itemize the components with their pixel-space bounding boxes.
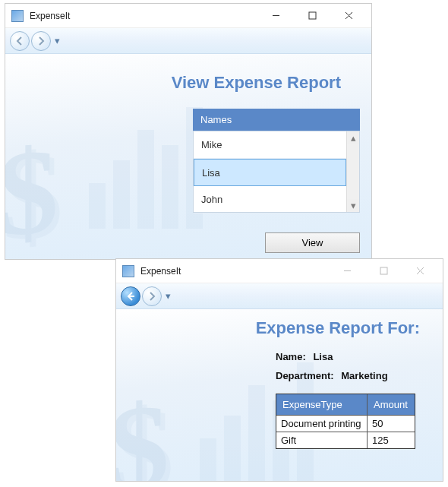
name-label: Name: (276, 351, 306, 362)
content-area: $ View Expense Report Names Mike Lisa Jo… (5, 54, 371, 259)
expense-type-cell: Document printing (276, 416, 368, 432)
names-panel: Names Mike Lisa John ▴ ▾ (193, 109, 360, 213)
back-button[interactable] (121, 286, 140, 306)
names-list-header: Names (193, 109, 360, 131)
expense-amount-cell: 50 (368, 416, 415, 432)
maximize-button[interactable] (298, 5, 326, 27)
detail-panel: Name: Lisa Department: Marketing Expense… (276, 343, 415, 449)
expense-grid-header: ExpenseType Amount (276, 394, 415, 415)
titlebar[interactable]: ExpenseIt (116, 259, 443, 283)
grid-header-type: ExpenseType (276, 394, 368, 415)
grid-header-amount: Amount (368, 394, 415, 415)
page-headline: View Expense Report (172, 73, 341, 93)
scroll-down-icon[interactable]: ▾ (347, 199, 359, 212)
nav-history-dropdown[interactable]: ▾ (163, 286, 172, 306)
department-label: Department: (276, 370, 334, 381)
nav-history-dropdown[interactable]: ▾ (52, 31, 62, 51)
minimize-button[interactable] (262, 5, 289, 27)
window-title: ExpenseIt (30, 11, 262, 21)
window-expense-list: ExpenseIt ▾ $ View Expense Report (5, 3, 372, 260)
close-button[interactable] (406, 261, 434, 282)
close-button[interactable] (335, 5, 362, 27)
name-value: Lisa (313, 351, 333, 362)
minimize-button[interactable] (333, 261, 361, 282)
titlebar[interactable]: ExpenseIt (5, 4, 371, 28)
app-icon (11, 10, 24, 22)
names-list-item[interactable]: Lisa (194, 159, 346, 186)
watermark-graphic: $ (5, 92, 195, 259)
nav-toolbar: ▾ (5, 28, 371, 54)
forward-button[interactable] (31, 31, 51, 51)
forward-button[interactable] (142, 286, 162, 306)
content-area: $ Expense Report For: Name: Lisa Departm… (116, 309, 443, 481)
svg-rect-5 (380, 267, 387, 274)
names-list-item[interactable]: John (194, 186, 346, 213)
department-value: Marketing (341, 370, 387, 381)
page-headline: Expense Report For: (256, 318, 420, 338)
svg-rect-1 (309, 12, 316, 19)
maximize-button[interactable] (370, 261, 397, 282)
nav-toolbar: ▾ (116, 283, 443, 309)
window-expense-detail: ExpenseIt ▾ $ Expense Report For: (115, 258, 443, 482)
expense-type-cell: Gift (276, 432, 368, 448)
names-list-scrollbar[interactable]: ▴ ▾ (346, 131, 359, 212)
expense-amount-cell: 125 (368, 432, 415, 448)
expense-grid: ExpenseType Amount Document printing 50 … (276, 394, 415, 449)
view-button[interactable]: View (265, 232, 360, 253)
names-list-item[interactable]: Mike (194, 131, 346, 159)
back-button[interactable] (10, 31, 30, 51)
window-title: ExpenseIt (140, 266, 333, 277)
app-icon (122, 265, 134, 277)
expense-grid-row: Gift 125 (276, 432, 415, 448)
expense-grid-row: Document printing 50 (276, 415, 415, 432)
scroll-track[interactable] (347, 144, 359, 199)
names-listbox[interactable]: Mike Lisa John ▴ ▾ (193, 131, 360, 213)
scroll-up-icon[interactable]: ▴ (347, 131, 359, 144)
